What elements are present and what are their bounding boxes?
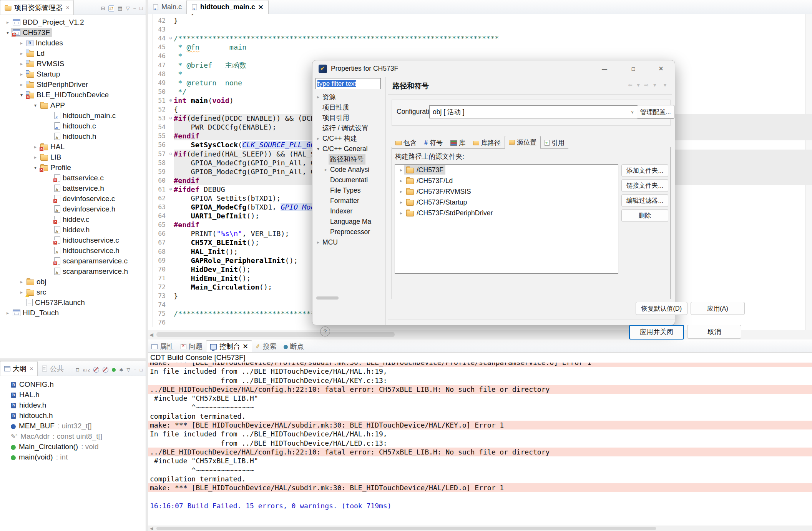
history-nav-icons[interactable]: ⇦ ▾ ⇨ ▾ ▾	[628, 82, 668, 88]
configuration-select[interactable]: obj [ 活动 ] ∨	[429, 105, 638, 118]
manage-configurations-button[interactable]: 管理配置...	[637, 105, 674, 119]
chevron-right-icon[interactable]: ▸	[18, 290, 25, 295]
view-menu-icon[interactable]: ▽	[127, 367, 130, 373]
chevron-down-icon[interactable]: ▾	[18, 92, 25, 98]
console-tab-props[interactable]: 属性	[148, 341, 177, 352]
focus-view-icon[interactable]: ▤	[118, 6, 122, 11]
scroll-left-icon[interactable]: ◀	[149, 332, 153, 338]
tree-item-lib[interactable]: ▸LIB	[0, 152, 146, 162]
chevron-down-icon[interactable]: ▾	[32, 103, 38, 108]
chevron-right-icon[interactable]: ▸	[18, 61, 25, 67]
console-tab-breakpoints[interactable]: 断点	[280, 341, 307, 352]
source-folder-item[interactable]: ▸/CH573F	[395, 165, 618, 175]
link-with-editor-icon[interactable]: ⇄	[108, 5, 114, 12]
close-button[interactable]: ✕	[655, 63, 667, 74]
tree-item-ble-hidtouchdevice[interactable]: ▾✕BLE_HIDTouchDevice	[0, 90, 146, 100]
tree-item-hidtouch-main-c[interactable]: .chidtouch_main.c	[0, 110, 146, 121]
outline-item[interactable]: ✎cMacAddr : const uint8_t[]	[0, 431, 146, 441]
dialog-nav-indexer[interactable]: Indexer	[312, 206, 385, 216]
minimize-panel-icon[interactable]: −	[134, 367, 136, 373]
tree-item-ch573f[interactable]: ▾✕CH573F	[0, 27, 146, 38]
close-icon[interactable]: ✕	[30, 366, 33, 371]
side-button-1[interactable]: 链接文件夹...	[621, 179, 668, 192]
close-icon[interactable]: ✕	[66, 5, 70, 10]
chevron-down-icon[interactable]: ▾	[5, 30, 11, 35]
fold-marker-icon[interactable]: ⊖	[168, 114, 174, 123]
dialog-nav-file-types[interactable]: File Types	[312, 185, 385, 196]
dialog-title-bar[interactable]: Properties for CH573F — □ ✕	[312, 60, 675, 77]
outline-item[interactable]: main(void) : int	[0, 452, 146, 462]
chevron-down-icon[interactable]: ▾	[32, 165, 38, 170]
dialog-nav-mcu[interactable]: ▸MCU	[312, 237, 385, 248]
tree-item-scanparamservice-h[interactable]: .hscanparamservice.h	[0, 266, 146, 276]
outline-item[interactable]: Main_Circulation() : void	[0, 441, 146, 452]
dialog-tab-库[interactable]: 库	[447, 137, 469, 149]
tab-project-explorer[interactable]: 项目资源管理器 ✕	[0, 0, 74, 15]
sort-icon[interactable]: a↓z	[83, 367, 90, 373]
dialog-tab-源位置[interactable]: 源位置	[505, 136, 541, 149]
editor-tab-main-c[interactable]: .cMain.c	[148, 0, 186, 14]
dialog-nav-language-ma[interactable]: Language Ma	[312, 216, 385, 227]
dialog-nav-c-c-[interactable]: ▸C/C++ 构建	[312, 133, 385, 144]
dialog-nav-preprocessor[interactable]: Preprocessor	[312, 227, 385, 237]
tab-public[interactable]: 公共	[38, 361, 68, 376]
console-horizontal-scrollbar[interactable]: ◀	[148, 526, 812, 531]
source-folder-item[interactable]: ▸/CH573F/StdPeriphDriver	[395, 208, 618, 218]
chevron-right-icon[interactable]: ▸	[32, 144, 38, 150]
chevron-right-icon[interactable]: ▸	[398, 167, 404, 173]
tree-item-bdd-project-v1-2[interactable]: ▸BDD_Project_V1.2	[0, 17, 146, 27]
dialog-tab-包含[interactable]: 包含	[392, 137, 420, 149]
tree-item-scanparamservice-c[interactable]: .c✕scanparamservice.c	[0, 256, 146, 266]
tree-item-hidtouch-c[interactable]: .chidtouch.c	[0, 121, 146, 131]
console-tab-search[interactable]: ✐搜索	[252, 341, 280, 352]
apply-button[interactable]: 应用(A)	[691, 302, 745, 315]
tree-item-stdperiphdriver[interactable]: ▸StdPeriphDriver	[0, 79, 146, 90]
chevron-right-icon[interactable]: ▸	[316, 237, 321, 248]
help-icon[interactable]: ?	[320, 326, 330, 336]
tree-item-hiddev-c[interactable]: .c✕hiddev.c	[0, 214, 146, 225]
chevron-right-icon[interactable]: ▸	[18, 72, 25, 77]
source-folder-item[interactable]: ▸/CH573F/RVMSIS	[395, 186, 618, 197]
maximize-panel-icon[interactable]: □	[139, 6, 143, 11]
tree-item-ch573f-launch[interactable]: CH573F.launch	[0, 297, 146, 308]
dialog-nav-documentati[interactable]: Documentati	[312, 175, 385, 185]
chevron-right-icon[interactable]: ▸	[323, 165, 329, 175]
dialog-nav--[interactable]: 项目性质	[312, 102, 385, 113]
collapse-all-icon[interactable]: ⊟	[101, 6, 105, 11]
close-icon[interactable]: ✕	[242, 342, 248, 351]
outline-item[interactable]: CONFIG.h	[0, 379, 146, 390]
tree-item-startup[interactable]: ▸Startup	[0, 69, 146, 79]
side-button-3[interactable]: 删除	[621, 209, 668, 222]
tree-item-devinfoservice-c[interactable]: .c✕devinfoservice.c	[0, 193, 146, 204]
fold-marker-icon[interactable]: ⊖	[168, 96, 174, 105]
dialog-tab-符号[interactable]: #符号	[420, 137, 447, 149]
tree-item-hidtouchservice-c[interactable]: .c✕hidtouchservice.c	[0, 235, 146, 245]
hide-static-icon[interactable]	[103, 367, 108, 373]
view-menu-icon[interactable]: ▽	[126, 6, 130, 11]
fold-marker-icon[interactable]: ⊖	[168, 34, 174, 43]
tree-item-app[interactable]: ▾APP	[0, 100, 146, 110]
chevron-down-icon[interactable]: ▾	[316, 144, 321, 154]
collapse-all-icon[interactable]: ⊟	[76, 367, 80, 373]
tab-outline[interactable]: 大纲 ✕	[0, 361, 38, 376]
dialog-nav--[interactable]: ▸资源	[312, 92, 385, 102]
console-tab-problems[interactable]: 问题	[177, 341, 206, 352]
minimize-button[interactable]: —	[599, 63, 610, 74]
chevron-right-icon[interactable]: ▸	[316, 92, 321, 102]
chevron-right-icon[interactable]: ▸	[5, 310, 11, 316]
chevron-right-icon[interactable]: ▸	[32, 155, 38, 160]
dialog-nav--[interactable]: 运行 / 调试设置	[312, 123, 385, 133]
fold-marker-icon[interactable]: ⊖	[168, 185, 174, 194]
tree-item-rvmsis[interactable]: ▸RVMSIS	[0, 58, 146, 69]
outline-item[interactable]: HAL.h	[0, 390, 146, 400]
chevron-right-icon[interactable]: ▸	[398, 210, 404, 216]
tree-item-hidtouch-h[interactable]: .hhidtouch.h	[0, 131, 146, 141]
source-folders-list[interactable]: ▸/CH573F▸/CH573F/Ld▸/CH573F/RVMSIS▸/CH57…	[395, 164, 618, 274]
dialog-nav-code-analysi[interactable]: ▸Code Analysi	[312, 165, 385, 175]
hide-non-public-icon[interactable]	[112, 368, 116, 372]
tree-item-hiddev-h[interactable]: .hhiddev.h	[0, 225, 146, 235]
tree-item-hid-touch[interactable]: ▸HID_Touch	[0, 308, 146, 318]
source-folder-item[interactable]: ▸/CH573F/Ld	[395, 175, 618, 186]
chevron-right-icon[interactable]: ▸	[5, 20, 11, 25]
cancel-button[interactable]: 取消	[687, 325, 741, 339]
